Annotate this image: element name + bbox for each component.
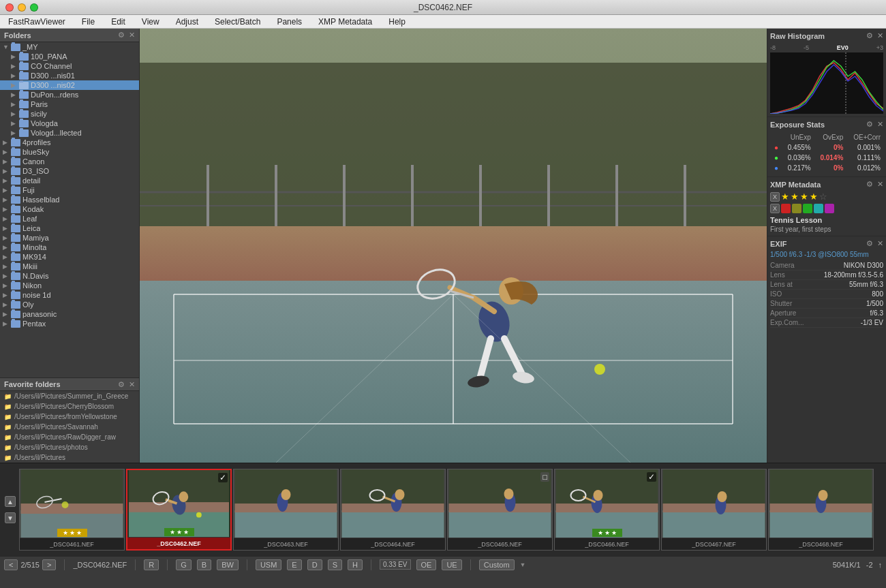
film-item-2[interactable]: _DSC0463.NEF <box>233 469 339 551</box>
xmp-reject-button[interactable]: X <box>770 192 780 202</box>
film-item-4[interactable]: □ _DSC0465.NEF <box>447 469 553 551</box>
process-h-badge[interactable]: H <box>348 559 363 570</box>
process-usm-badge[interactable]: USM <box>256 559 281 570</box>
tree-item-mamiya[interactable]: ▶ Mamiya <box>0 233 139 243</box>
color-teal[interactable] <box>814 204 823 213</box>
histogram-controls[interactable]: ⚙ ✕ <box>866 31 883 40</box>
histogram-gear-icon[interactable]: ⚙ <box>866 31 873 40</box>
film-item-0[interactable]: ★ ★ ★ _DSC0461.NEF <box>19 469 125 551</box>
nav-next-button[interactable]: > <box>42 559 56 570</box>
ue-badge[interactable]: UE <box>442 559 461 570</box>
tree-item-panasonic[interactable]: ▶ panasonic <box>0 309 139 319</box>
histogram-close-icon[interactable]: ✕ <box>877 31 883 40</box>
tree-item-my[interactable]: ▼ _MY <box>0 42 139 52</box>
channel-r-badge[interactable]: R <box>144 559 159 570</box>
tree-item-d3iso[interactable]: ▶ D3_ISO <box>0 166 139 176</box>
xmp-clear-color-button[interactable]: X <box>770 204 780 213</box>
tree-item-pentax[interactable]: ▶ Pentax <box>0 319 139 328</box>
fav-close-icon[interactable]: ✕ <box>129 380 135 389</box>
exposure-close-icon[interactable]: ✕ <box>877 120 883 129</box>
color-green[interactable] <box>803 204 812 213</box>
minimize-button[interactable] <box>18 3 26 12</box>
menu-panels[interactable]: Panels <box>274 17 305 27</box>
menu-select-batch[interactable]: Select/Batch <box>212 17 263 27</box>
center-image-area[interactable] <box>140 29 767 463</box>
star-3[interactable]: ★ <box>800 191 808 202</box>
color-red[interactable] <box>781 204 791 213</box>
exposure-controls[interactable]: ⚙ ✕ <box>866 120 883 129</box>
tree-item-minolta[interactable]: ▶ Minolta <box>0 243 139 252</box>
tree-item-noise1d[interactable]: ▶ noise 1d <box>0 290 139 300</box>
close-button[interactable] <box>5 3 14 12</box>
process-d-badge[interactable]: D <box>307 559 322 570</box>
folders-close-icon[interactable]: ✕ <box>129 31 135 40</box>
tree-item-cochannel[interactable]: ▶ CO Channel <box>0 61 139 71</box>
tree-item-paris[interactable]: ▶ Paris <box>0 99 139 109</box>
channel-b-badge[interactable]: B <box>197 559 211 570</box>
tree-item-ndavis[interactable]: ▶ N.Davis <box>0 271 139 281</box>
fav-gear-icon[interactable]: ⚙ <box>118 380 125 389</box>
channel-bw-badge[interactable]: BW <box>217 559 239 570</box>
film-item-1[interactable]: ✓ ★ ★ ★ _DSC0462.NEF <box>126 469 232 551</box>
tree-item-100pana[interactable]: ▶ 100_PANA <box>0 52 139 61</box>
tree-item-leaf[interactable]: ▶ Leaf <box>0 214 139 223</box>
exposure-gear-icon[interactable]: ⚙ <box>866 120 873 129</box>
tree-item-detail[interactable]: ▶ detail <box>0 176 139 185</box>
channel-g-badge[interactable]: G <box>176 559 192 570</box>
tree-item-mk914[interactable]: ▶ MK914 <box>0 252 139 262</box>
fav-item-2[interactable]: 📁 /Users/il/Pictures/fromYellowstone <box>0 412 139 422</box>
tree-item-canon[interactable]: ▶ Canon <box>0 157 139 166</box>
tree-item-d300nis02[interactable]: ▶ D300 ...nis02 <box>0 80 139 90</box>
menu-adjust[interactable]: Adjust <box>173 17 201 27</box>
film-item-7[interactable]: _DSC0468.NEF <box>768 469 874 551</box>
exif-controls[interactable]: ⚙ ✕ <box>866 239 883 248</box>
nav-prev-button[interactable]: < <box>4 559 18 570</box>
tree-item-4profiles[interactable]: ▶ 4profiles <box>0 138 139 147</box>
xmp-controls[interactable]: ⚙ ✕ <box>866 180 883 189</box>
tree-item-oly[interactable]: ▶ Oly <box>0 300 139 309</box>
star-1[interactable]: ★ <box>781 191 789 202</box>
menu-app[interactable]: FastRawViewer <box>5 17 68 27</box>
star-5[interactable]: ☆ <box>819 191 827 202</box>
menu-xmp-metadata[interactable]: XMP Metadata <box>316 17 375 27</box>
status-up-arrow[interactable]: ↑ <box>879 561 883 569</box>
exif-close-icon[interactable]: ✕ <box>877 239 883 248</box>
filmstrip-options[interactable]: ▼ <box>5 512 16 523</box>
oe-badge[interactable]: OE <box>416 559 437 570</box>
menu-help[interactable]: Help <box>386 17 408 27</box>
folders-panel-controls[interactable]: ⚙ ✕ <box>118 31 135 40</box>
fav-item-6[interactable]: 📁 /Users/il/Pictures <box>0 452 139 463</box>
tree-item-sicily[interactable]: ▶ sicily <box>0 109 139 119</box>
exif-gear-icon[interactable]: ⚙ <box>866 239 873 248</box>
xmp-gear-icon[interactable]: ⚙ <box>866 180 873 189</box>
fav-panel-controls[interactable]: ⚙ ✕ <box>118 380 135 389</box>
film-item-5[interactable]: ✓ ★ ★ ★ _DSC0466.NEF <box>554 469 660 551</box>
fav-item-0[interactable]: 📁 /Users/il/Pictures/Summer_in_Greece <box>0 391 139 401</box>
star-2[interactable]: ★ <box>791 191 799 202</box>
custom-badge[interactable]: Custom <box>479 559 515 570</box>
fav-item-4[interactable]: 📁 /Users/il/Pictures/RawDigger_raw <box>0 432 139 442</box>
tree-item-nikon[interactable]: ▶ Nikon <box>0 281 139 290</box>
custom-dropdown-arrow[interactable]: ▼ <box>520 561 526 568</box>
process-e-badge[interactable]: E <box>287 559 301 570</box>
menu-view[interactable]: View <box>139 17 162 27</box>
tree-item-hasselblad[interactable]: ▶ Hasselblad <box>0 195 139 204</box>
menu-file[interactable]: File <box>79 17 97 27</box>
fav-item-5[interactable]: 📁 /Users/il/Pictures/photos <box>0 442 139 452</box>
fav-item-3[interactable]: 📁 /Users/il/Pictures/Savannah <box>0 422 139 432</box>
tree-item-vologda[interactable]: ▶ Vologda <box>0 119 139 128</box>
film-item-6[interactable]: _DSC0467.NEF <box>661 469 767 551</box>
color-purple[interactable] <box>825 204 834 213</box>
tree-item-d300nis01[interactable]: ▶ D300 ...nis01 <box>0 71 139 80</box>
tree-item-kodak[interactable]: ▶ Kodak <box>0 204 139 214</box>
tree-item-fuji[interactable]: ▶ Fuji <box>0 185 139 195</box>
color-olive[interactable] <box>792 204 801 213</box>
tree-item-mkiii[interactable]: ▶ Mkiii <box>0 262 139 271</box>
fav-item-1[interactable]: 📁 /Users/il/Pictures/CherryBlossom <box>0 401 139 412</box>
tree-item-bluesky[interactable]: ▶ blueSky <box>0 147 139 157</box>
maximize-button[interactable] <box>30 3 38 12</box>
film-item-3[interactable]: _DSC0464.NEF <box>340 469 446 551</box>
filmstrip-scroll-up[interactable]: ▲ <box>5 496 16 507</box>
window-controls[interactable] <box>5 3 38 12</box>
tree-item-vologdcollected[interactable]: ▶ Vologd...llected <box>0 128 139 138</box>
